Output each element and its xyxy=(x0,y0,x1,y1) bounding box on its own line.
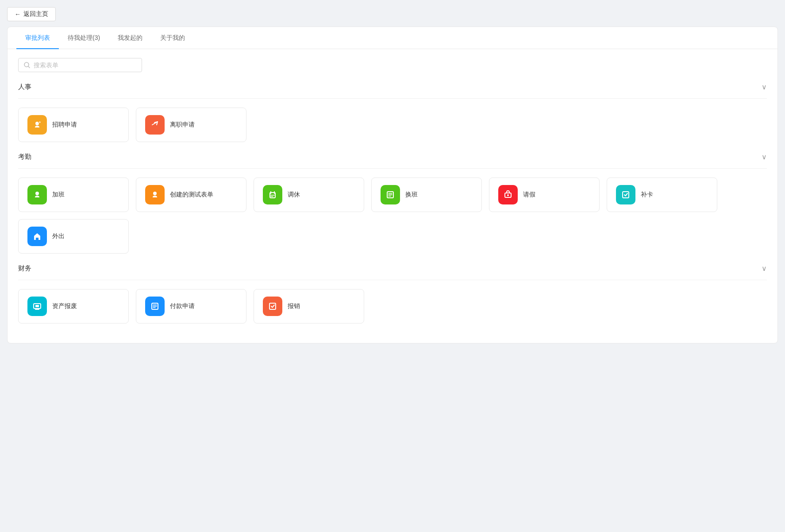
card-leave[interactable]: 请假 xyxy=(489,177,600,212)
section-attendance-header: 考勤 ∨ xyxy=(18,153,767,169)
search-box[interactable] xyxy=(18,58,142,72)
card-recruit-label: 招聘申请 xyxy=(52,121,77,129)
arrow-left-icon: ← xyxy=(15,11,21,18)
card-shift-change-label: 换班 xyxy=(405,191,418,199)
svg-point-4 xyxy=(35,192,39,195)
section-personnel-title: 人事 xyxy=(18,83,31,91)
card-reimbursement-icon xyxy=(263,297,282,316)
section-attendance: 考勤 ∨ 加班 xyxy=(18,153,767,254)
card-go-out-label: 外出 xyxy=(52,232,65,240)
svg-point-2 xyxy=(35,122,39,125)
back-button[interactable]: ← 返回主页 xyxy=(7,7,56,21)
card-overtime[interactable]: 加班 xyxy=(18,177,129,212)
svg-point-5 xyxy=(153,192,157,195)
section-finance-cards: 资产报废 付款申请 xyxy=(18,289,767,324)
section-personnel-header: 人事 ∨ xyxy=(18,83,767,99)
chevron-attendance-icon[interactable]: ∨ xyxy=(762,153,767,161)
tabs-bar: 审批列表 待我处理(3) 我发起的 关于我的 xyxy=(8,27,777,49)
chevron-personnel-icon[interactable]: ∨ xyxy=(762,83,767,91)
card-shift-change-icon xyxy=(381,185,400,204)
card-recruit-icon xyxy=(27,115,47,135)
card-resign[interactable]: 离职申请 xyxy=(136,108,246,142)
card-makeup-punch-label: 补卡 xyxy=(641,191,653,199)
card-makeup-punch-icon xyxy=(616,185,635,204)
card-payment-icon xyxy=(145,297,165,316)
back-button-label: 返回主页 xyxy=(23,10,48,18)
svg-rect-12 xyxy=(35,305,39,307)
card-test-form[interactable]: 创建的测试表单 xyxy=(136,177,246,212)
section-personnel-cards: 招聘申请 离职申请 xyxy=(18,108,767,142)
chevron-finance-icon[interactable]: ∨ xyxy=(762,264,767,273)
card-go-out-icon xyxy=(27,227,47,246)
content-area: 人事 ∨ 招聘申请 xyxy=(8,49,777,343)
section-finance-header: 财务 ∨ xyxy=(18,264,767,280)
card-adjust-rest-label: 调休 xyxy=(288,191,300,199)
section-attendance-cards: 加班 创建的测试表单 xyxy=(18,177,767,254)
card-asset-scrap-icon xyxy=(27,297,47,316)
card-overtime-label: 加班 xyxy=(52,191,65,199)
section-personnel: 人事 ∨ 招聘申请 xyxy=(18,83,767,142)
card-leave-label: 请假 xyxy=(523,191,535,199)
tab-approval-list[interactable]: 审批列表 xyxy=(16,27,59,49)
section-attendance-title: 考勤 xyxy=(18,153,31,161)
card-makeup-punch[interactable]: 补卡 xyxy=(607,177,717,212)
card-resign-label: 离职申请 xyxy=(170,121,195,129)
search-icon xyxy=(24,62,30,68)
card-resign-icon xyxy=(145,115,165,135)
card-reimbursement-label: 报销 xyxy=(288,302,300,310)
section-finance: 财务 ∨ 资产报废 xyxy=(18,264,767,324)
svg-line-1 xyxy=(28,66,30,68)
card-reimbursement[interactable]: 报销 xyxy=(254,289,364,324)
tab-my-initiated[interactable]: 我发起的 xyxy=(109,27,151,49)
tab-about-me[interactable]: 关于我的 xyxy=(151,27,194,49)
card-adjust-rest-icon xyxy=(263,185,282,204)
section-finance-title: 财务 xyxy=(18,264,31,273)
card-leave-icon xyxy=(498,185,518,204)
search-input[interactable] xyxy=(34,62,136,69)
card-asset-scrap[interactable]: 资产报废 xyxy=(18,289,129,324)
card-payment-label: 付款申请 xyxy=(170,302,195,310)
svg-point-9 xyxy=(507,194,509,196)
svg-rect-14 xyxy=(269,303,276,309)
card-asset-scrap-label: 资产报废 xyxy=(52,302,77,310)
card-recruit[interactable]: 招聘申请 xyxy=(18,108,129,142)
card-overtime-icon xyxy=(27,185,47,204)
card-go-out[interactable]: 外出 xyxy=(18,219,129,254)
main-card: 审批列表 待我处理(3) 我发起的 关于我的 人事 ∨ xyxy=(7,27,778,343)
card-shift-change[interactable]: 换班 xyxy=(371,177,482,212)
svg-rect-10 xyxy=(623,192,629,198)
tab-pending[interactable]: 待我处理(3) xyxy=(59,27,109,49)
card-adjust-rest[interactable]: 调休 xyxy=(254,177,364,212)
card-payment[interactable]: 付款申请 xyxy=(136,289,246,324)
card-test-form-label: 创建的测试表单 xyxy=(170,191,213,199)
card-test-form-icon xyxy=(145,185,165,204)
